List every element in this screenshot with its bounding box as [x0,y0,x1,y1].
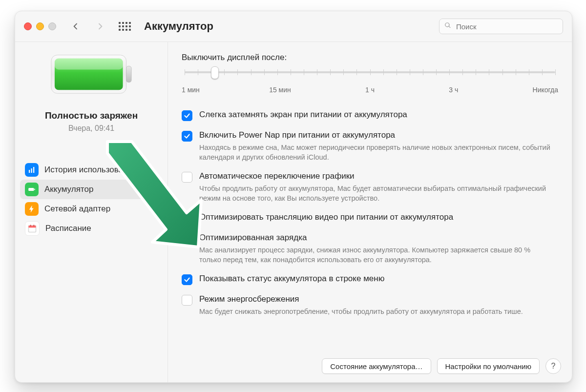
svg-rect-5 [31,168,32,173]
svg-rect-8 [34,189,35,190]
checkbox-optcharge[interactable] [182,233,192,244]
option-dim: Слегка затемнять экран при питании от ак… [182,109,558,121]
minimize-icon[interactable] [36,22,44,30]
sidebar-item-battery[interactable]: Аккумулятор [20,180,163,199]
usage-icon [25,163,39,177]
option-label: Автоматическое переключение графики [199,171,558,182]
sidebar-item-label: История использования [44,165,137,175]
svg-rect-7 [28,188,34,191]
option-menubar: Показывать статус аккумулятора в строке … [182,273,558,285]
battery-hero: Полностью заряжен Вчера, 09:41 [15,51,167,133]
battery-status: Полностью заряжен [45,110,138,121]
grid-icon [119,22,131,31]
schedule-icon [25,221,40,236]
option-optcharge: Оптимизированная зарядкаMac анализирует … [182,232,558,265]
sidebar-item-label: Расписание [45,224,91,233]
preferences-window: Аккумулятор [15,11,572,383]
option-video: Оптимизировать трансляцию видео при пита… [182,212,558,224]
option-label: Оптимизировать трансляцию видео при пита… [199,212,558,223]
battery-icon [25,183,39,196]
restore-defaults-button[interactable]: Настройки по умолчанию [437,358,540,374]
option-label: Режим энергосбережения [199,294,558,305]
option-powernap: Включить Power Nap при питании от аккуму… [182,130,558,162]
option-label: Оптимизированная зарядка [199,232,558,244]
main-panel: Выключить дисплей после: 1 мин15 мин1 ч3… [168,42,572,383]
help-button[interactable]: ? [545,358,561,374]
footer: Состояние аккумулятора… Настройки по умо… [168,351,572,383]
battery-icon [47,51,135,98]
checkbox-video[interactable] [182,213,192,224]
option-gpu: Автоматическое переключение графикиЧтобы… [182,171,558,203]
svg-rect-10 [29,226,36,227]
option-label: Показывать статус аккумулятора в строке … [199,273,558,285]
show-all-button[interactable] [117,19,132,34]
option-description: Чтобы продлить работу от аккумулятора, M… [199,184,551,203]
display-sleep-label: Выключить дисплей после: [182,53,558,62]
zoom-icon[interactable] [48,22,56,30]
back-button[interactable] [68,19,84,34]
slider-labels: 1 мин15 мин1 ч3 чНикогда [182,86,558,94]
checkbox-gpu[interactable] [182,172,192,183]
search-input[interactable] [455,22,558,31]
option-label: Слегка затемнять экран при питании от ак… [199,109,558,121]
forward-button[interactable] [92,19,108,34]
checkbox-lowpower[interactable] [182,295,192,306]
search-icon [444,22,451,31]
option-description: Mac анализирует процесс зарядки, снижая … [199,246,551,265]
traffic-lights [24,22,56,30]
window-title: Аккумулятор [144,20,213,33]
option-label: Включить Power Nap при питании от аккуму… [199,130,558,141]
option-description: Mac будет снижать энергопотребление, что… [199,307,551,317]
sidebar-item-schedule[interactable]: Расписание [20,219,163,238]
sidebar: Полностью заряжен Вчера, 09:41 История и… [15,42,168,383]
sidebar-item-usage[interactable]: История использования [20,160,163,180]
svg-rect-6 [33,167,34,173]
toolbar: Аккумулятор [15,11,572,42]
power-icon [25,202,39,216]
svg-rect-4 [29,170,30,173]
search-field[interactable] [439,19,563,34]
battery-health-button[interactable]: Состояние аккумулятора… [322,358,431,374]
sidebar-item-label: Аккумулятор [44,185,93,194]
checkbox-dim[interactable] [182,110,192,121]
checkbox-powernap[interactable] [182,131,192,142]
close-icon[interactable] [24,22,32,30]
battery-timestamp: Вчера, 09:41 [68,124,114,133]
sidebar-item-label: Сетевой адаптер [44,204,110,214]
sidebar-item-power[interactable]: Сетевой адаптер [20,199,163,219]
svg-rect-2 [55,59,123,70]
svg-rect-3 [126,66,131,82]
checkbox-menubar[interactable] [182,274,192,285]
display-sleep-slider[interactable] [182,66,558,83]
slider-thumb[interactable] [211,66,219,79]
option-description: Находясь в режиме сна, Mac может периоди… [199,143,551,162]
option-lowpower: Режим энергосбереженияMac будет снижать … [182,294,558,317]
